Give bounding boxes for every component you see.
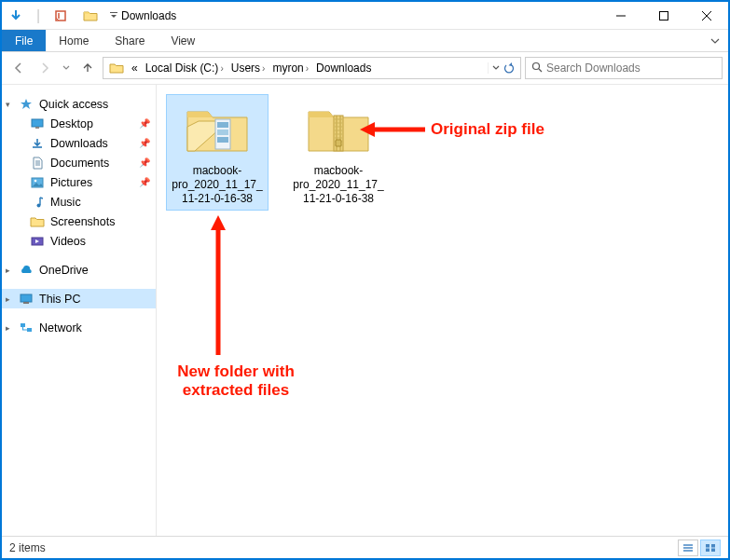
- qat-dropdown-icon[interactable]: [108, 6, 119, 26]
- file-item-zip[interactable]: macbook-pro_2020_11_17_11-21-0-16-38: [287, 94, 390, 211]
- breadcrumb-segment[interactable]: Local Disk (C:) ›: [142, 61, 227, 75]
- refresh-icon: [503, 62, 515, 74]
- svg-rect-23: [711, 548, 715, 552]
- breadcrumb-segment[interactable]: Users ›: [227, 61, 269, 75]
- annotation-text: New folder with extracted files: [177, 362, 295, 399]
- pin-icon: 📌: [139, 157, 150, 168]
- annotation-arrow-down: [209, 215, 227, 355]
- sidebar-item-label: This PC: [39, 293, 80, 306]
- recent-dropdown-icon[interactable]: [60, 57, 73, 79]
- chevron-right-icon: ›: [262, 63, 265, 74]
- desktop-icon: [30, 116, 45, 131]
- svg-rect-22: [706, 548, 709, 552]
- svg-point-3: [533, 62, 540, 69]
- svg-point-7: [34, 179, 37, 182]
- cloud-icon: [19, 263, 34, 278]
- svg-rect-11: [23, 302, 29, 304]
- tab-share[interactable]: Share: [102, 30, 158, 51]
- svg-rect-10: [21, 294, 32, 302]
- file-item-label: macbook-pro_2020_11_17_11-21-0-16-38: [292, 164, 385, 206]
- pictures-icon: [30, 175, 45, 190]
- address-bar[interactable]: « Local Disk (C:) › Users › myron › Down…: [103, 57, 521, 79]
- svg-rect-19: [336, 140, 341, 146]
- pin-icon: 📌: [139, 118, 150, 129]
- svg-rect-12: [21, 323, 25, 327]
- breadcrumb-label: Downloads: [316, 61, 371, 75]
- music-icon: [30, 195, 45, 210]
- breadcrumb-segment[interactable]: myron ›: [269, 61, 312, 75]
- caret-right-icon: ▸: [6, 294, 10, 304]
- svg-rect-1: [110, 12, 117, 13]
- sidebar-item-this-pc[interactable]: ▸ This PC: [2, 289, 156, 308]
- sidebar-item-label: OneDrive: [39, 264, 89, 277]
- sidebar-item-label: Videos: [50, 235, 86, 248]
- file-tab[interactable]: File: [2, 30, 46, 51]
- svg-rect-21: [711, 544, 715, 548]
- documents-icon: [30, 156, 45, 171]
- caret-down-icon: ▾: [6, 100, 10, 109]
- chevron-right-icon: ›: [220, 63, 223, 74]
- navigation-row: « Local Disk (C:) › Users › myron › Down…: [2, 52, 728, 84]
- sidebar-item-downloads[interactable]: Downloads 📌: [2, 133, 156, 153]
- qat-properties-icon[interactable]: [50, 6, 71, 26]
- view-details-button[interactable]: [678, 540, 698, 556]
- search-icon: [531, 61, 543, 75]
- status-item-count: 2 items: [9, 541, 46, 554]
- breadcrumb-overflow[interactable]: «: [128, 61, 142, 75]
- sidebar-item-desktop[interactable]: Desktop 📌: [2, 114, 156, 133]
- file-item-folder[interactable]: macbook-pro_2020_11_17_11-21-0-16-38: [166, 94, 269, 211]
- sidebar-item-pictures[interactable]: Pictures 📌: [2, 172, 156, 192]
- breadcrumb-folder-icon: [105, 61, 128, 75]
- ribbon-tabs: File Home Share View: [2, 30, 728, 52]
- svg-rect-16: [217, 130, 228, 135]
- caret-right-icon: ▸: [6, 323, 10, 333]
- forward-button[interactable]: [34, 57, 56, 79]
- svg-rect-17: [217, 137, 228, 143]
- window-title: Downloads: [121, 9, 176, 22]
- sidebar-item-network[interactable]: ▸ Network: [2, 318, 156, 337]
- sidebar-item-music[interactable]: Music: [2, 192, 156, 212]
- navigation-pane: ▾ Quick access Desktop 📌 Downloads 📌 Doc: [2, 85, 157, 536]
- status-bar: 2 items: [2, 536, 728, 558]
- pc-icon: [19, 292, 34, 307]
- svg-rect-2: [660, 11, 668, 20]
- sidebar-item-documents[interactable]: Documents 📌: [2, 153, 156, 172]
- ribbon-expand-icon[interactable]: [702, 30, 728, 51]
- sidebar-item-onedrive[interactable]: ▸ OneDrive: [2, 260, 156, 280]
- qat-divider: |: [28, 6, 48, 26]
- sidebar-item-quick-access[interactable]: ▾ Quick access: [2, 94, 156, 114]
- downloads-icon: [30, 136, 45, 151]
- back-button[interactable]: [7, 57, 30, 79]
- videos-icon: [30, 234, 45, 249]
- pin-icon: 📌: [139, 177, 150, 187]
- tab-view[interactable]: View: [158, 30, 208, 51]
- sidebar-item-label: Desktop: [50, 117, 93, 130]
- qat-down-arrow-icon[interactable]: [6, 6, 26, 26]
- search-input[interactable]: Search Downloads: [525, 57, 723, 79]
- quick-access-toolbar: |: [2, 6, 119, 26]
- folder-icon: [30, 214, 45, 229]
- svg-rect-13: [27, 328, 32, 332]
- minimize-button[interactable]: [599, 2, 642, 30]
- close-button[interactable]: [685, 2, 728, 30]
- pin-icon: 📌: [139, 138, 150, 148]
- maximize-button[interactable]: [642, 2, 685, 30]
- svg-point-8: [37, 203, 41, 207]
- address-dropdown[interactable]: [488, 62, 518, 74]
- sidebar-item-label: Quick access: [39, 98, 108, 111]
- file-list-pane[interactable]: macbook-pro_2020_11_17_11-21-0-16-38: [157, 85, 728, 536]
- title-bar: | Downloads: [2, 2, 728, 30]
- sidebar-item-screenshots[interactable]: Screenshots: [2, 212, 156, 231]
- svg-rect-5: [35, 127, 39, 129]
- view-large-icons-button[interactable]: [700, 540, 721, 556]
- tab-home[interactable]: Home: [46, 30, 102, 51]
- caret-right-icon: ▸: [6, 266, 10, 275]
- network-icon: [19, 321, 34, 335]
- sidebar-item-videos[interactable]: Videos: [2, 231, 156, 251]
- breadcrumb-segment[interactable]: Downloads: [312, 61, 375, 75]
- breadcrumb-label: Local Disk (C:): [145, 61, 219, 75]
- folder-open-icon: [182, 99, 253, 158]
- sidebar-item-label: Network: [39, 321, 82, 335]
- up-button[interactable]: [76, 57, 99, 79]
- sidebar-item-label: Documents: [50, 157, 109, 170]
